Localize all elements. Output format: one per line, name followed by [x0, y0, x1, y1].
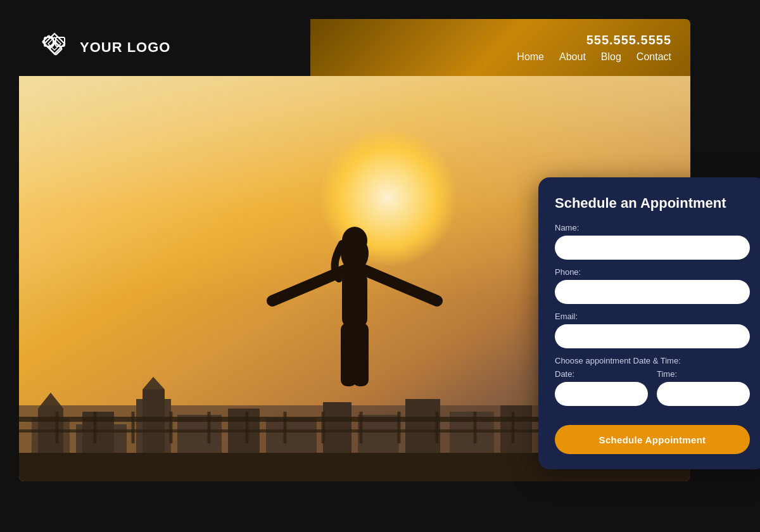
nav-home[interactable]: Home [517, 51, 544, 63]
appointment-form-card: Schedule an Appointment Name: Phone: Ema… [538, 177, 760, 469]
form-title: Schedule an Appointment [555, 195, 750, 212]
nav-about[interactable]: About [559, 51, 586, 63]
svg-rect-30 [342, 271, 367, 328]
nav-links: Home About Blog Contact [517, 51, 671, 63]
person-silhouette [266, 203, 443, 405]
date-input[interactable] [555, 382, 648, 406]
page-wrapper: YOUR LOGO 555.555.5555 Home About Blog C… [19, 19, 741, 513]
date-time-row: Date: Time: [555, 369, 750, 406]
datetime-group: Choose appointment Date & Time: Date: Ti… [555, 356, 750, 406]
nav-contact[interactable]: Contact [636, 51, 671, 63]
logo-text: YOUR LOGO [80, 39, 170, 56]
time-group: Time: [657, 369, 750, 406]
email-label: Email: [555, 312, 750, 321]
date-label: Date: [555, 369, 648, 379]
header: YOUR LOGO 555.555.5555 Home About Blog C… [19, 19, 690, 76]
date-group: Date: [555, 369, 648, 406]
name-label: Name: [555, 223, 750, 232]
logo-icon [38, 31, 71, 64]
name-input[interactable] [555, 236, 750, 260]
schedule-appointment-button[interactable]: Schedule Appointment [555, 425, 750, 454]
phone-number: 555.555.5555 [586, 33, 671, 48]
phone-group: Phone: [555, 267, 750, 304]
svg-rect-32 [353, 323, 369, 386]
email-group: Email: [555, 312, 750, 348]
phone-label: Phone: [555, 267, 750, 277]
time-input[interactable] [657, 382, 750, 406]
phone-input[interactable] [555, 280, 750, 304]
datetime-section-label: Choose appointment Date & Time: [555, 356, 750, 365]
svg-marker-25 [142, 377, 165, 390]
time-label: Time: [657, 369, 750, 379]
nav-blog[interactable]: Blog [601, 51, 621, 63]
svg-point-33 [342, 227, 367, 255]
header-left: YOUR LOGO [19, 19, 310, 76]
email-input[interactable] [555, 324, 750, 348]
name-group: Name: [555, 223, 750, 260]
header-right: 555.555.5555 Home About Blog Contact [310, 19, 690, 76]
